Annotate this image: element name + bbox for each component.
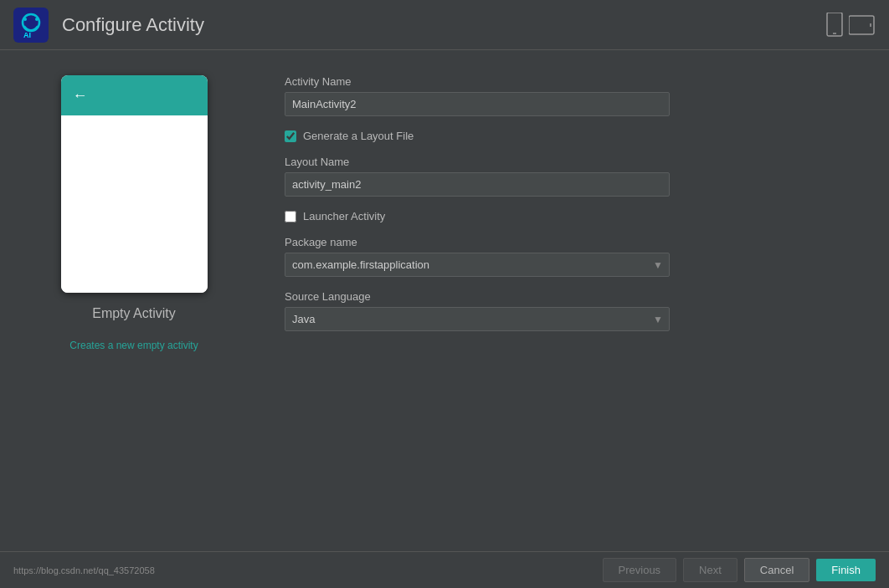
activity-name-input[interactable]: [285, 92, 670, 116]
generate-layout-row: Generate a Layout File: [285, 130, 856, 142]
description-link: empty activity: [137, 340, 198, 351]
phone-body: [61, 115, 208, 293]
previous-button[interactable]: Previous: [603, 558, 677, 582]
header: AI Configure Activity: [0, 0, 889, 50]
cancel-button[interactable]: Cancel: [744, 558, 809, 582]
source-language-group: Source Language Java Kotlin ▼: [285, 290, 856, 331]
page-title: Configure Activity: [62, 14, 825, 36]
source-language-select[interactable]: Java Kotlin: [285, 307, 670, 331]
package-name-select[interactable]: com.example.firstapplication: [285, 253, 670, 277]
layout-name-label: Layout Name: [285, 156, 856, 168]
activity-description: Creates a new empty activity: [69, 338, 198, 353]
launcher-activity-row: Launcher Activity: [285, 210, 856, 222]
right-panel: Activity Name Generate a Layout File Lay…: [285, 75, 856, 526]
generate-layout-label: Generate a Layout File: [303, 130, 414, 142]
svg-rect-0: [13, 8, 49, 43]
activity-name-label: Activity Name: [285, 75, 856, 88]
layout-name-group: Layout Name: [285, 156, 856, 197]
package-name-group: Package name com.example.firstapplicatio…: [285, 236, 856, 277]
footer: https://blog.csdn.net/qq_43572058 Previo…: [0, 551, 889, 588]
description-prefix: Creates a new: [69, 340, 137, 351]
svg-point-3: [35, 18, 39, 21]
main-content: ← Empty Activity Creates a new empty act…: [0, 50, 889, 551]
android-studio-logo: AI: [13, 8, 49, 43]
back-arrow-icon: ←: [73, 87, 88, 105]
phone-topbar: ←: [61, 75, 208, 115]
tablet-icon: [849, 14, 876, 36]
phone-preview: ←: [61, 75, 208, 293]
layout-name-input[interactable]: [285, 172, 670, 197]
finish-button[interactable]: Finish: [816, 559, 876, 581]
activity-type-label: Empty Activity: [92, 306, 176, 321]
launcher-activity-checkbox[interactable]: [285, 211, 296, 222]
source-language-label: Source Language: [285, 290, 856, 303]
svg-text:AI: AI: [23, 31, 31, 39]
svg-rect-5: [827, 13, 842, 36]
phone-icon: [825, 13, 844, 38]
device-icons: [825, 13, 876, 38]
svg-point-2: [23, 18, 27, 21]
launcher-activity-label: Launcher Activity: [303, 210, 385, 222]
package-name-label: Package name: [285, 236, 856, 248]
activity-name-group: Activity Name: [285, 75, 856, 116]
next-button[interactable]: Next: [683, 558, 737, 582]
package-name-wrapper: com.example.firstapplication ▼: [285, 253, 670, 277]
source-language-wrapper: Java Kotlin ▼: [285, 307, 670, 331]
footer-link: https://blog.csdn.net/qq_43572058: [13, 565, 155, 575]
generate-layout-checkbox[interactable]: [285, 130, 296, 142]
left-panel: ← Empty Activity Creates a new empty act…: [33, 75, 234, 526]
